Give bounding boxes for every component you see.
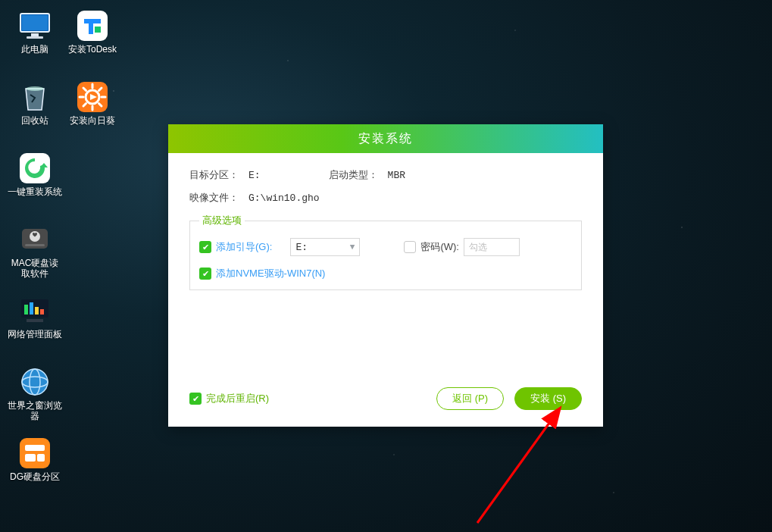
- svg-rect-1: [22, 15, 48, 30]
- diskgenius-icon: [18, 438, 52, 468]
- desktop-empty-slot: [64, 149, 121, 220]
- svg-rect-35: [25, 454, 36, 462]
- dialog-body: 目标分区： E: 启动类型： MBR 映像文件： G:\win10.gho 高级…: [168, 153, 603, 387]
- image-file-label: 映像文件：: [189, 191, 248, 205]
- svg-rect-28: [27, 319, 43, 322]
- svg-rect-2: [31, 33, 39, 36]
- target-partition-label: 目标分区：: [189, 168, 248, 182]
- svg-rect-24: [24, 305, 28, 315]
- desktop-icon-network-panel[interactable]: 网络管理面板: [6, 291, 64, 362]
- image-file-value: G:\win10.gho: [248, 192, 320, 204]
- add-boot-dropdown[interactable]: E: ▼: [290, 238, 360, 256]
- svg-rect-25: [30, 302, 33, 315]
- svg-rect-27: [40, 309, 44, 315]
- monitor-icon: [18, 11, 52, 41]
- restart-label: 完成后重启(R): [206, 392, 269, 405]
- restart-after-checkbox[interactable]: ✔ 完成后重启(R): [189, 392, 269, 405]
- desktop-icon-label: 此电脑: [21, 44, 48, 55]
- desktop-icon-this-pc[interactable]: 此电脑: [6, 6, 64, 77]
- add-boot-label: 添加引导(G):: [216, 240, 272, 254]
- svg-rect-3: [27, 36, 43, 39]
- boot-type-label: 启动类型：: [329, 168, 388, 182]
- back-button[interactable]: 返回 (P): [436, 387, 504, 410]
- desktop-icon-label: DG硬盘分区: [10, 471, 60, 482]
- nvme-label: 添加NVME驱动-WIN7(N): [216, 267, 325, 280]
- install-system-dialog: 安装系统 目标分区： E: 启动类型： MBR 映像文件： G:\win10.g…: [168, 124, 603, 427]
- check-icon: ✔: [199, 268, 211, 280]
- desktop-icon-label: 网络管理面板: [8, 329, 62, 340]
- network-panel-icon: [18, 296, 52, 326]
- advanced-options-legend: 高级选项: [199, 214, 245, 227]
- desktop-icon-label: 安装向日葵: [70, 115, 115, 126]
- desktop-icon-recycle-bin[interactable]: 回收站: [6, 77, 64, 149]
- add-boot-dropdown-value: E:: [295, 242, 308, 253]
- check-icon: ✔: [189, 393, 202, 405]
- dialog-footer: ✔ 完成后重启(R) 返回 (P) 安装 (S): [168, 387, 603, 427]
- mac-disk-icon: [18, 224, 52, 255]
- svg-rect-33: [20, 438, 50, 468]
- desktop-icon-reinstall[interactable]: 一键重装系统: [6, 149, 64, 220]
- recycle-bin-icon: [18, 82, 52, 112]
- desktop-icons-grid: 此电脑 安装ToDesk 回收站: [6, 6, 121, 505]
- desktop-icon-theworld[interactable]: 世界之窗浏览器: [6, 362, 64, 433]
- desktop-icon-label: MAC硬盘读取软件: [8, 258, 62, 280]
- svg-rect-34: [25, 445, 45, 451]
- check-icon: ✔: [199, 241, 211, 253]
- password-label: 密码(W):: [420, 240, 459, 254]
- svg-rect-5: [95, 27, 101, 33]
- desktop-icon-label: 回收站: [21, 115, 48, 126]
- desktop-icon-label: 世界之窗浏览器: [8, 400, 62, 422]
- advanced-options-fieldset: 高级选项 ✔ 添加引导(G): E: ▼ 密码(W): 勾选 ✔: [189, 214, 582, 290]
- desktop-empty-slot: [64, 220, 121, 291]
- nvme-checkbox[interactable]: ✔ 添加NVME驱动-WIN7(N): [199, 267, 325, 280]
- boot-type-value: MBR: [388, 170, 405, 181]
- desktop-icon-label: 安装ToDesk: [68, 44, 117, 55]
- svg-point-6: [26, 86, 44, 91]
- chevron-down-icon: ▼: [350, 243, 355, 252]
- desktop-icon-label: 一键重装系统: [8, 186, 62, 197]
- svg-rect-18: [20, 153, 50, 183]
- svg-rect-22: [25, 244, 45, 246]
- desktop-icon-diskgenius[interactable]: DG硬盘分区: [6, 433, 64, 505]
- password-checkbox[interactable]: [404, 241, 416, 253]
- globe-icon: [18, 367, 52, 397]
- install-button[interactable]: 安装 (S): [514, 387, 582, 410]
- desktop-icon-todesk[interactable]: 安装ToDesk: [64, 6, 121, 77]
- password-input[interactable]: 勾选: [464, 238, 520, 256]
- add-boot-checkbox[interactable]: ✔ 添加引导(G):: [199, 240, 272, 254]
- desktop-empty-slot: [64, 362, 121, 433]
- svg-rect-26: [35, 307, 39, 315]
- desktop-empty-slot: [64, 291, 121, 362]
- reinstall-icon: [18, 153, 52, 183]
- target-partition-value: E:: [248, 170, 261, 181]
- password-placeholder: 勾选: [469, 241, 487, 254]
- desktop-icon-mac-disk[interactable]: MAC硬盘读取软件: [6, 220, 64, 291]
- dialog-title: 安装系统: [168, 124, 603, 153]
- todesk-icon: [76, 11, 109, 41]
- svg-rect-36: [37, 454, 45, 462]
- sunlogin-icon: [76, 82, 109, 112]
- desktop-icon-sunlogin[interactable]: 安装向日葵: [64, 77, 121, 149]
